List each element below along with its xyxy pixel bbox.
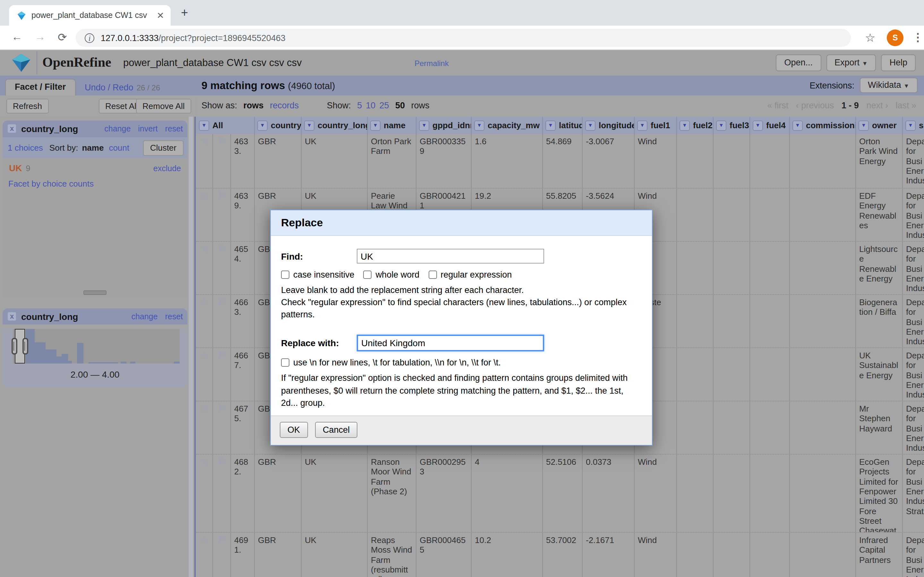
cell-fuel3[interactable] — [714, 401, 750, 454]
page-size-link[interactable]: 25 — [379, 101, 389, 110]
facet-reset-link[interactable]: reset — [165, 312, 183, 321]
facet-choices-count-link[interactable]: 1 choices — [8, 143, 43, 153]
facet-close-icon[interactable]: x — [7, 311, 17, 321]
ok-button[interactable]: OK — [280, 422, 308, 438]
permalink-link[interactable]: Permalink — [415, 59, 449, 68]
whole-word-checkbox[interactable] — [363, 271, 372, 279]
new-tab-button[interactable]: + — [181, 8, 188, 18]
remove-all-button[interactable]: Remove All — [136, 99, 191, 113]
cell-fuel2[interactable] — [677, 455, 714, 532]
cell-fuel4[interactable] — [750, 242, 790, 294]
cell-idx[interactable]: 4633. — [231, 134, 255, 188]
cell-owner[interactable]: Infrared Capital Partners — [856, 533, 903, 577]
dialog-checkbox-label[interactable]: whole word — [363, 270, 420, 279]
range-handle-max[interactable] — [22, 338, 28, 355]
cell-commissioning[interactable] — [790, 533, 856, 577]
cell-fuel2[interactable] — [677, 348, 714, 401]
cell-fuel2[interactable] — [677, 242, 714, 294]
cell-country[interactable]: GBR — [255, 134, 302, 188]
column-dropdown-icon[interactable]: ▼ — [905, 120, 916, 131]
cell-country_long[interactable]: UK — [302, 134, 368, 188]
cell-longitude[interactable]: 0.0373 — [583, 455, 635, 532]
cell-gppd_idnr[interactable]: GBR0002953 — [417, 455, 472, 532]
dialog-checkbox-label[interactable]: case insensitive — [281, 270, 355, 279]
cell-fuel3[interactable] — [714, 189, 750, 241]
refresh-button[interactable]: Refresh — [6, 99, 48, 113]
cell-capacity_mw[interactable]: 1.6 — [472, 134, 543, 188]
cell-idx[interactable]: 4654. — [231, 242, 255, 294]
cell-source[interactable]: Depa for Busi Ener Indus Strat — [903, 295, 924, 348]
cell-fuel2[interactable] — [677, 295, 714, 348]
browser-tab[interactable]: power_plant_database CW1 csv ✕ — [9, 5, 171, 26]
column-dropdown-icon[interactable]: ▼ — [637, 120, 648, 131]
cell-country_long[interactable]: UK — [302, 533, 368, 577]
facet-by-choice-counts-link[interactable]: Facet by choice counts — [3, 173, 187, 189]
column-dropdown-icon[interactable]: ▼ — [680, 120, 690, 131]
tab-close-icon[interactable]: ✕ — [155, 10, 166, 21]
cell-name[interactable]: Orton Park Farm — [368, 134, 417, 188]
cell-capacity_mw[interactable]: 10.2 — [472, 533, 543, 577]
cell-source[interactable]: Depa for Busi Ener Indus Strat — [903, 242, 924, 294]
facet-exclude-link[interactable]: exclude — [153, 164, 181, 173]
pagination-first[interactable]: « first — [767, 101, 788, 110]
sort-by-name[interactable]: name — [82, 143, 103, 153]
cell-commissioning[interactable] — [790, 401, 856, 454]
cell-idx[interactable]: 4667. — [231, 348, 255, 401]
export-button[interactable]: Export ▼ — [826, 55, 876, 71]
cell-gppd_idnr[interactable]: GBR0004655 — [417, 533, 472, 577]
cell-fuel3[interactable] — [714, 134, 750, 188]
star-icon[interactable]: ☆ — [196, 401, 213, 454]
page-size-selected[interactable]: 50 — [395, 101, 405, 110]
cell-source[interactable]: Depa for Busi Ener Indus Strat — [903, 189, 924, 241]
cell-owner[interactable]: Biogeneration / Biffa — [856, 295, 903, 348]
cell-fuel4[interactable] — [750, 401, 790, 454]
cell-fuel2[interactable] — [677, 134, 714, 188]
cell-fuel4[interactable] — [750, 455, 790, 532]
facet-resize-grip[interactable] — [83, 290, 107, 295]
facet-close-icon[interactable]: x — [7, 124, 17, 133]
cell-latitude[interactable]: 54.869 — [543, 134, 583, 188]
flag-icon[interactable]: ⚐ — [213, 533, 231, 577]
column-dropdown-icon[interactable]: ▼ — [545, 120, 556, 131]
column-dropdown-icon[interactable]: ▼ — [370, 120, 381, 131]
cell-source[interactable]: Depa for Busi Ener Indus Strat — [903, 348, 924, 401]
cluster-button[interactable]: Cluster — [143, 140, 184, 156]
cell-fuel1[interactable]: Wind — [635, 533, 677, 577]
cell-fuel4[interactable] — [750, 295, 790, 348]
cancel-button[interactable]: Cancel — [315, 422, 357, 438]
cell-country[interactable]: GBR — [255, 533, 302, 577]
back-icon[interactable]: ← — [11, 31, 23, 44]
star-icon[interactable]: ☆ — [196, 242, 213, 294]
flag-icon[interactable]: ⚐ — [213, 348, 231, 401]
column-dropdown-icon[interactable]: ▼ — [199, 120, 209, 131]
cell-commissioning[interactable] — [790, 189, 856, 241]
sort-by-count-link[interactable]: count — [109, 143, 129, 153]
cell-owner[interactable]: EcoGen Projects Limited for Fenpower Lim… — [856, 455, 903, 532]
cell-fuel3[interactable] — [714, 455, 750, 532]
cell-source[interactable]: Depa for Busi Ener Indus Strat — [903, 455, 924, 532]
flag-icon[interactable]: ⚐ — [213, 134, 231, 188]
column-dropdown-icon[interactable]: ▼ — [257, 120, 268, 131]
cell-source[interactable]: Depa for Busi Ener Indus Strat — [903, 134, 924, 188]
flag-icon[interactable]: ⚐ — [213, 242, 231, 294]
pagination-last[interactable]: last » — [895, 101, 916, 110]
cell-fuel2[interactable] — [677, 189, 714, 241]
bookmark-star-icon[interactable]: ☆ — [865, 31, 875, 45]
cell-latitude[interactable]: 52.5106 — [543, 455, 583, 532]
panel-scrollbar[interactable] — [189, 117, 193, 577]
cell-fuel2[interactable] — [677, 401, 714, 454]
regular-expression-checkbox[interactable] — [428, 271, 437, 279]
site-info-icon[interactable]: i — [85, 33, 94, 43]
browser-avatar[interactable]: S — [887, 29, 903, 46]
cell-latitude[interactable]: 53.7002 — [543, 533, 583, 577]
cell-idx[interactable]: 4663. — [231, 295, 255, 348]
column-dropdown-icon[interactable]: ▼ — [419, 120, 429, 131]
replace-with-input[interactable] — [357, 335, 544, 351]
facet-change-link[interactable]: change — [131, 312, 158, 321]
cell-commissioning[interactable] — [790, 348, 856, 401]
cell-fuel3[interactable] — [714, 242, 750, 294]
cell-fuel4[interactable] — [750, 134, 790, 188]
cell-idx[interactable]: 4682. — [231, 455, 255, 532]
cell-fuel3[interactable] — [714, 533, 750, 577]
star-icon[interactable]: ☆ — [196, 348, 213, 401]
